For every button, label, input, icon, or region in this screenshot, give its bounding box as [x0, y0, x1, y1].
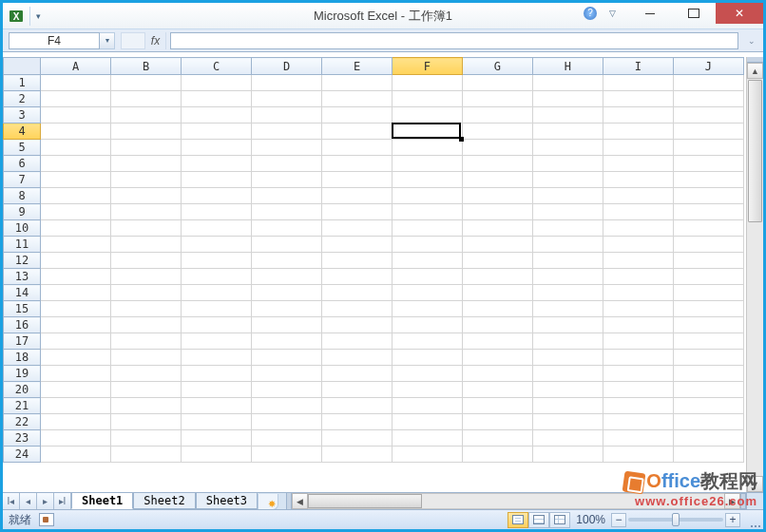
cell-G13[interactable]: [462, 269, 532, 285]
cell-F16[interactable]: [393, 317, 463, 333]
cell-B1[interactable]: [111, 75, 182, 91]
sheet-tab-sheet2[interactable]: Sheet2: [133, 493, 195, 509]
row-header-1[interactable]: 1: [4, 75, 41, 91]
cell-G10[interactable]: [462, 220, 532, 237]
row-header-18[interactable]: 18: [4, 350, 41, 366]
cell-A22[interactable]: [41, 414, 111, 430]
row-header-6[interactable]: 6: [4, 156, 41, 172]
cell-E20[interactable]: [322, 382, 393, 398]
cell-D1[interactable]: [252, 75, 322, 91]
cell-A20[interactable]: [41, 382, 111, 398]
cell-J16[interactable]: [673, 317, 743, 333]
cell-C16[interactable]: [182, 317, 252, 333]
cell-B19[interactable]: [111, 366, 182, 382]
cell-I3[interactable]: [603, 107, 673, 124]
column-header-G[interactable]: G: [462, 58, 532, 75]
cell-B9[interactable]: [111, 204, 182, 220]
cell-B14[interactable]: [111, 285, 182, 301]
row-header-21[interactable]: 21: [4, 398, 41, 414]
cell-I22[interactable]: [603, 414, 673, 430]
cell-C8[interactable]: [182, 188, 252, 204]
cell-H3[interactable]: [532, 107, 603, 124]
row-header-15[interactable]: 15: [4, 301, 41, 317]
cell-B12[interactable]: [111, 253, 182, 269]
scroll-up-button[interactable]: ▲: [747, 63, 763, 79]
zoom-out-button[interactable]: −: [611, 513, 626, 527]
cell-A1[interactable]: [41, 75, 111, 91]
cell-D12[interactable]: [252, 253, 322, 269]
cell-C4[interactable]: [182, 124, 252, 140]
column-header-B[interactable]: B: [111, 58, 182, 75]
cell-D21[interactable]: [252, 398, 322, 414]
column-header-A[interactable]: A: [41, 58, 111, 75]
cell-E14[interactable]: [322, 285, 393, 301]
cell-D22[interactable]: [252, 414, 322, 430]
resize-grip-icon[interactable]: [746, 511, 761, 528]
cell-J5[interactable]: [673, 140, 743, 156]
cell-I23[interactable]: [603, 430, 673, 446]
cell-I19[interactable]: [603, 366, 673, 382]
cell-H5[interactable]: [532, 140, 603, 156]
cell-B2[interactable]: [111, 91, 182, 107]
row-header-19[interactable]: 19: [4, 366, 41, 382]
cell-I12[interactable]: [603, 253, 673, 269]
cell-H21[interactable]: [532, 398, 603, 414]
cell-A21[interactable]: [41, 398, 111, 414]
cell-I4[interactable]: [603, 124, 673, 140]
cell-A15[interactable]: [41, 301, 111, 317]
cell-I7[interactable]: [603, 172, 673, 188]
maximize-button[interactable]: [672, 3, 716, 24]
cell-D20[interactable]: [252, 382, 322, 398]
cell-J8[interactable]: [673, 188, 743, 204]
cell-A9[interactable]: [41, 204, 111, 220]
cell-J12[interactable]: [673, 253, 743, 269]
cell-D5[interactable]: [252, 140, 322, 156]
row-header-17[interactable]: 17: [4, 333, 41, 350]
cell-E16[interactable]: [322, 317, 393, 333]
cell-E3[interactable]: [322, 107, 393, 124]
cell-A8[interactable]: [41, 188, 111, 204]
cell-F4[interactable]: [393, 124, 463, 140]
cell-G2[interactable]: [462, 91, 532, 107]
cell-E4[interactable]: [322, 124, 393, 140]
excel-app-icon[interactable]: X: [9, 9, 24, 24]
cell-B20[interactable]: [111, 382, 182, 398]
cell-H11[interactable]: [532, 237, 603, 253]
cell-I13[interactable]: [603, 269, 673, 285]
cell-G20[interactable]: [462, 382, 532, 398]
row-header-4[interactable]: 4: [4, 124, 41, 140]
cell-I6[interactable]: [603, 156, 673, 172]
cell-H16[interactable]: [532, 317, 603, 333]
row-header-14[interactable]: 14: [4, 285, 41, 301]
cell-A5[interactable]: [41, 140, 111, 156]
cell-D3[interactable]: [252, 107, 322, 124]
cell-F5[interactable]: [393, 140, 463, 156]
cell-A2[interactable]: [41, 91, 111, 107]
cell-H18[interactable]: [532, 350, 603, 366]
cell-E13[interactable]: [322, 269, 393, 285]
column-header-I[interactable]: I: [603, 58, 673, 75]
cell-H23[interactable]: [532, 430, 603, 446]
cell-H1[interactable]: [532, 75, 603, 91]
zoom-handle[interactable]: [672, 513, 680, 526]
zoom-percent-label[interactable]: 100%: [576, 513, 605, 526]
view-normal-button[interactable]: [507, 512, 528, 528]
cell-C17[interactable]: [182, 333, 252, 350]
select-all-corner[interactable]: [4, 58, 41, 75]
cell-H24[interactable]: [532, 446, 603, 463]
cell-A19[interactable]: [41, 366, 111, 382]
cell-D7[interactable]: [252, 172, 322, 188]
cell-F21[interactable]: [393, 398, 463, 414]
cell-J22[interactable]: [673, 414, 743, 430]
cell-C7[interactable]: [182, 172, 252, 188]
zoom-in-button[interactable]: +: [725, 513, 740, 527]
cell-B17[interactable]: [111, 333, 182, 350]
cell-H12[interactable]: [532, 253, 603, 269]
cell-F11[interactable]: [393, 237, 463, 253]
view-page-break-button[interactable]: [549, 512, 570, 528]
fill-handle[interactable]: [459, 137, 464, 142]
cell-E5[interactable]: [322, 140, 393, 156]
view-page-layout-button[interactable]: [528, 512, 549, 528]
cell-B13[interactable]: [111, 269, 182, 285]
cell-C14[interactable]: [182, 285, 252, 301]
